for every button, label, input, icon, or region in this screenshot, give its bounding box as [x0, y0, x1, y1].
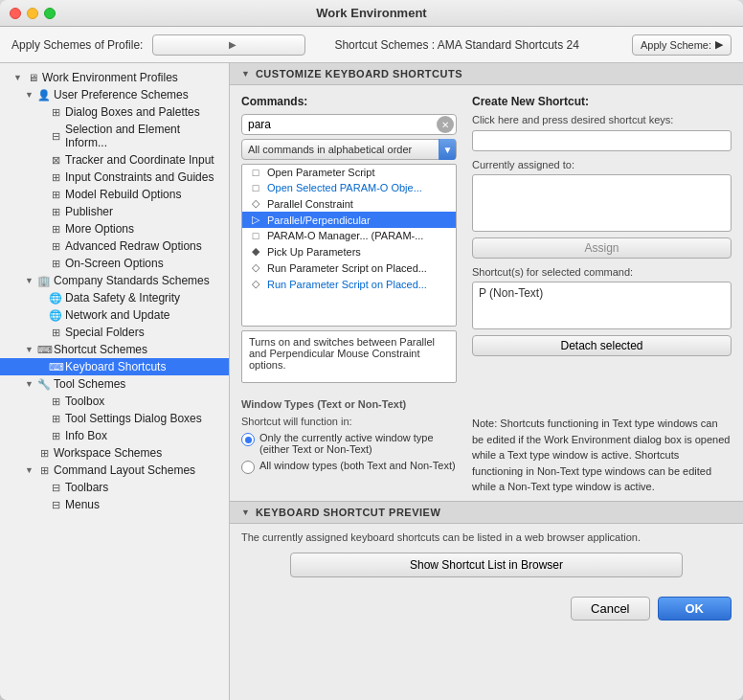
detach-button[interactable]: Detach selected [472, 335, 732, 356]
sidebar-label-menus: Menus [65, 498, 100, 511]
cmd-icon-parallel-constraint: ◇ [248, 197, 263, 210]
cmd-text-param-o-manager: PARAM-O Manager... (PARAM-... [267, 230, 423, 241]
radio-all-icon[interactable] [241, 461, 255, 474]
minimize-button[interactable] [27, 8, 38, 19]
sidebar-label-shortcut-schemes: Shortcut Schemes [54, 343, 147, 356]
sidebar-item-shortcut-schemes[interactable]: ▼⌨Shortcut Schemes [0, 341, 229, 358]
assigned-box [472, 174, 732, 232]
commands-list[interactable]: □Open Parameter Script□Open Selected PAR… [241, 164, 457, 327]
cmd-item-param-o-manager[interactable]: □PARAM-O Manager... (PARAM-... [242, 228, 456, 243]
radio-active-inner [245, 437, 252, 443]
sidebar-item-network-update[interactable]: 🌐Network and Update [0, 306, 229, 324]
search-bar[interactable]: ✕ [241, 114, 457, 135]
work-env-profiles-icon: 🖥 [26, 72, 39, 83]
search-clear-button[interactable]: ✕ [437, 116, 454, 133]
sidebar-label-publisher: Publisher [65, 205, 113, 218]
sidebar-label-keyboard-shortcuts: Keyboard Shortcuts [65, 360, 166, 373]
cmd-text-run-param-script2: Run Parameter Script on Placed... [267, 279, 427, 290]
sidebar-item-advanced-redraw[interactable]: ⊞Advanced Redraw Options [0, 237, 229, 255]
cmd-item-parallel-perpendicular[interactable]: ▷Parallel/Perpendicular [242, 212, 456, 228]
sidebar-label-toolbox: Toolbox [65, 395, 104, 408]
cmd-item-pick-up-params[interactable]: ◆Pick Up Parameters [242, 243, 456, 260]
sidebar-item-command-layout[interactable]: ▼⊞Command Layout Schemes [0, 462, 229, 479]
cmd-icon-run-param-script2: ◇ [248, 278, 263, 290]
description-box: Turns on and switches between Parallel a… [241, 330, 457, 383]
sidebar-label-on-screen: On-Screen Options [65, 257, 164, 270]
cmd-text-open-selected-param: Open Selected PARAM-O Obje... [267, 182, 422, 193]
ok-button[interactable]: OK [658, 597, 732, 621]
sidebar-item-info-box[interactable]: ⊞Info Box [0, 427, 229, 444]
customize-header: ▼ CUSTOMIZE KEYBOARD SHORTCUTS [230, 63, 743, 85]
sidebar-item-tool-settings[interactable]: ⊞Tool Settings Dialog Boxes [0, 410, 229, 427]
search-input[interactable] [242, 118, 437, 131]
close-button[interactable] [10, 8, 21, 19]
radio-active-label: Only the currently active window type (e… [259, 432, 457, 455]
radio-active-icon[interactable] [241, 433, 255, 446]
cmd-text-parallel-constraint: Parallel Constraint [267, 198, 353, 210]
toolbox-icon: ⊞ [49, 395, 62, 408]
sidebar-item-selection-element[interactable]: ⊟Selection and Element Inform... [0, 121, 229, 151]
profile-dropdown[interactable]: ▶ [152, 34, 305, 56]
show-list-button[interactable]: Show Shortcut List in Browser [290, 553, 683, 577]
bottom-buttons: Cancel OK [230, 591, 743, 628]
wt-note: Note: Shortcuts functioning in Text type… [472, 416, 732, 495]
assign-button[interactable]: Assign [472, 237, 732, 259]
sidebar-item-user-pref-schemes[interactable]: ▼👤User Preference Schemes [0, 86, 229, 103]
more-options-icon: ⊞ [49, 223, 62, 236]
cmd-item-run-param-script2[interactable]: ◇Run Parameter Script on Placed... [242, 276, 456, 292]
sidebar-item-dialog-boxes[interactable]: ⊞Dialog Boxes and Palettes [0, 103, 229, 121]
model-rebuild-icon: ⊞ [49, 189, 62, 201]
preview-triangle: ▼ [241, 508, 250, 517]
user-pref-schemes-icon: 👤 [37, 89, 51, 102]
sidebar-item-special-folders[interactable]: ⊞Special Folders [0, 324, 229, 341]
sidebar-item-workspace-schemes[interactable]: ⊞Workspace Schemes [0, 444, 229, 462]
sidebar-item-publisher[interactable]: ⊞Publisher [0, 203, 229, 220]
sidebar-item-tool-schemes[interactable]: ▼🔧Tool Schemes [0, 375, 229, 393]
sidebar-item-input-constraints[interactable]: ⊞Input Constraints and Guides [0, 169, 229, 186]
sidebar-label-info-box: Info Box [65, 429, 107, 442]
apply-scheme-arrow: ▶ [715, 38, 723, 51]
cmd-item-open-param[interactable]: □Open Parameter Script [242, 165, 456, 180]
sidebar-label-network-update: Network and Update [65, 308, 169, 322]
window-types-section: Window Types (Text or Non-Text) Shortcut… [230, 393, 743, 501]
radio-active-only[interactable]: Only the currently active window type (e… [241, 432, 457, 455]
toolbar: Apply Schemes of Profile: ▶ Shortcut Sch… [0, 27, 743, 63]
sidebar-item-model-rebuild[interactable]: ⊞Model Rebuild Options [0, 186, 229, 203]
command-layout-icon: ⊞ [37, 464, 51, 477]
cmd-item-open-selected-param[interactable]: □Open Selected PARAM-O Obje... [242, 180, 456, 195]
filter-dropdown[interactable]: All commands in alphabetical order ▼ [241, 139, 457, 160]
data-safety-icon: 🌐 [49, 292, 62, 305]
cmd-item-run-param-script[interactable]: ◇Run Parameter Script on Placed... [242, 260, 456, 276]
apply-scheme-button[interactable]: Apply Scheme: ▶ [632, 34, 732, 56]
sidebar-item-more-options[interactable]: ⊞More Options [0, 220, 229, 237]
shortcut-schemes-icon: ⌨ [37, 344, 51, 356]
sidebar-item-menus[interactable]: ⊟Menus [0, 496, 229, 513]
cancel-button[interactable]: Cancel [571, 597, 649, 621]
filter-arrow-icon: ▼ [439, 139, 456, 160]
sidebar-item-on-screen[interactable]: ⊞On-Screen Options [0, 255, 229, 272]
wt-content: Shortcut will function in: Only the curr… [241, 416, 732, 495]
sidebar-item-keyboard-shortcuts[interactable]: ⌨Keyboard Shortcuts [0, 358, 229, 375]
sidebar-item-toolbars[interactable]: ⊟Toolbars [0, 479, 229, 496]
sidebar-item-tracker-coordinate[interactable]: ⊠Tracker and Coordinate Input [0, 151, 229, 169]
workspace-schemes-icon: ⊞ [37, 447, 51, 460]
sidebar-item-toolbox[interactable]: ⊞Toolbox [0, 393, 229, 410]
assigned-label: Currently assigned to: [472, 159, 732, 170]
sidebar-label-selection-element: Selection and Element Inform... [65, 123, 225, 149]
sidebar-item-company-standards[interactable]: ▼🏢Company Standards Schemes [0, 272, 229, 289]
sidebar-label-dialog-boxes: Dialog Boxes and Palettes [65, 105, 200, 119]
publisher-icon: ⊞ [49, 206, 62, 218]
radio-all-types[interactable]: All window types (both Text and Non-Text… [241, 460, 457, 474]
cmd-item-parallel-constraint[interactable]: ◇Parallel Constraint [242, 195, 456, 212]
dialog-boxes-icon: ⊞ [49, 106, 62, 119]
shortcut-for-label: Shortcut(s) for selected command: [472, 266, 732, 278]
maximize-button[interactable] [44, 8, 56, 19]
shortcut-input-box[interactable] [472, 130, 732, 151]
sidebar-item-work-env-profiles[interactable]: ▼🖥Work Environment Profiles [0, 69, 229, 86]
sidebar-label-input-constraints: Input Constraints and Guides [65, 170, 214, 184]
sidebar-item-data-safety[interactable]: 🌐Data Safety & Integrity [0, 289, 229, 306]
shortcut-column: Create New Shortcut: Click here and pres… [472, 95, 732, 383]
preview-body: The currently assigned keyboard shortcut… [230, 524, 743, 591]
cmd-text-pick-up-params: Pick Up Parameters [267, 246, 361, 258]
cmd-icon-pick-up-params: ◆ [248, 245, 263, 258]
